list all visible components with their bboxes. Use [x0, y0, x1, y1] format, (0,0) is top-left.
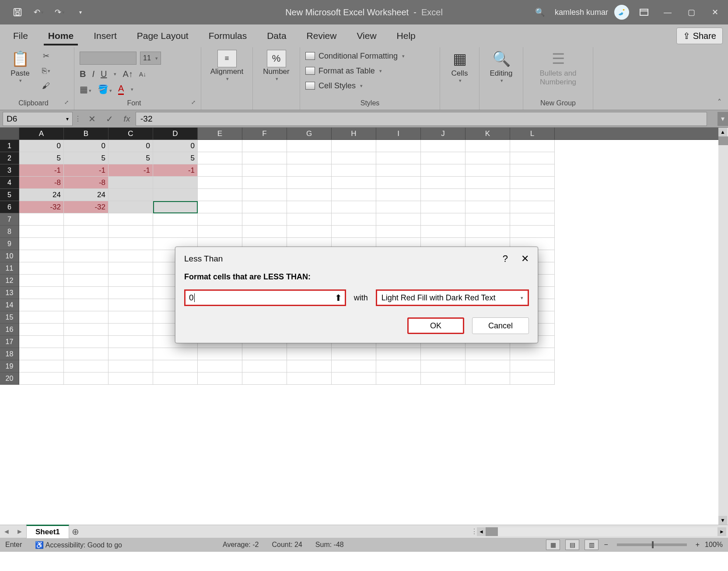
cell[interactable]	[510, 164, 555, 177]
tab-help[interactable]: Help	[389, 27, 424, 45]
row-header[interactable]: 17	[0, 336, 19, 348]
column-header[interactable]: J	[421, 128, 466, 139]
cell[interactable]	[64, 348, 108, 360]
tab-file[interactable]: File	[5, 27, 36, 45]
borders-icon[interactable]: ▦▾	[80, 84, 91, 94]
format-as-table-button[interactable]: Format as Table▾	[305, 65, 405, 77]
cell[interactable]	[242, 348, 287, 360]
cell[interactable]	[198, 189, 242, 201]
cell-styles-button[interactable]: Cell Styles▾	[305, 80, 405, 92]
cell[interactable]	[242, 373, 287, 385]
decrease-font-icon[interactable]: A↓	[139, 71, 146, 78]
cell[interactable]	[153, 213, 198, 226]
cell[interactable]	[19, 348, 64, 360]
cell[interactable]	[466, 348, 510, 360]
row-header[interactable]: 13	[0, 287, 19, 299]
row-header[interactable]: 16	[0, 324, 19, 336]
cell[interactable]	[421, 360, 466, 373]
cell[interactable]	[510, 201, 555, 213]
row-header[interactable]: 14	[0, 299, 19, 311]
cell[interactable]	[376, 360, 421, 373]
cell[interactable]	[108, 213, 153, 226]
sheet-prev-icon[interactable]: ◄	[0, 528, 13, 536]
cell[interactable]	[466, 152, 510, 164]
row-header[interactable]: 7	[0, 213, 19, 226]
row-header[interactable]: 10	[0, 250, 19, 262]
share-button[interactable]: ⇪Share	[676, 28, 723, 44]
cell[interactable]	[287, 164, 332, 177]
cell[interactable]	[19, 238, 64, 250]
cell[interactable]	[108, 311, 153, 324]
cell[interactable]	[108, 189, 153, 201]
fb-separator[interactable]: ⋮	[73, 115, 83, 123]
cell[interactable]	[108, 201, 153, 213]
cell[interactable]: -32	[64, 201, 108, 213]
cell[interactable]	[153, 201, 198, 213]
cell[interactable]: 0	[108, 140, 153, 152]
scroll-down-icon[interactable]: ▼	[718, 516, 727, 525]
zoom-level[interactable]: 100%	[705, 541, 723, 549]
cell[interactable]	[19, 360, 64, 373]
user-name[interactable]: kamlesh kumar	[555, 8, 608, 17]
redo-icon[interactable]: ↷▾	[51, 4, 68, 20]
alignment-button[interactable]: ≡ Alignment▾	[212, 50, 242, 82]
row-header[interactable]: 9	[0, 238, 19, 250]
zoom-slider[interactable]	[617, 543, 687, 546]
cell[interactable]	[108, 336, 153, 348]
cell[interactable]	[376, 140, 421, 152]
cell[interactable]	[198, 348, 242, 360]
cell[interactable]	[332, 213, 376, 226]
format-painter-icon[interactable]: 🖌	[38, 80, 53, 92]
cell[interactable]	[421, 177, 466, 189]
cell[interactable]: 24	[19, 189, 64, 201]
cell[interactable]: -8	[64, 177, 108, 189]
cell[interactable]	[466, 213, 510, 226]
threshold-input[interactable]: 0 ⬆	[184, 289, 346, 306]
cell[interactable]	[510, 152, 555, 164]
cell[interactable]	[153, 373, 198, 385]
cell[interactable]	[332, 189, 376, 201]
cell[interactable]	[198, 360, 242, 373]
cell[interactable]	[421, 213, 466, 226]
cell[interactable]	[64, 311, 108, 324]
underline-button[interactable]: U	[101, 69, 107, 79]
qat-customize-icon[interactable]: ▾	[72, 4, 89, 20]
scroll-up-icon[interactable]: ▲	[718, 128, 727, 136]
expand-formula-icon[interactable]: ▾	[718, 112, 728, 126]
cell[interactable]	[108, 373, 153, 385]
cell[interactable]	[19, 299, 64, 311]
cell[interactable]	[19, 324, 64, 336]
cell[interactable]	[64, 238, 108, 250]
normal-view-icon[interactable]: ▦	[546, 540, 560, 550]
fill-color-icon[interactable]: 🪣▾	[98, 84, 112, 94]
cell[interactable]	[19, 275, 64, 287]
cell[interactable]: -1	[153, 164, 198, 177]
cell[interactable]	[287, 201, 332, 213]
ribbon-display-icon[interactable]	[635, 4, 653, 20]
cell[interactable]	[287, 152, 332, 164]
page-break-view-icon[interactable]: ▥	[584, 540, 598, 550]
tab-page-layout[interactable]: Page Layout	[129, 27, 196, 45]
cell[interactable]	[332, 348, 376, 360]
column-header[interactable]: K	[466, 128, 510, 139]
cancel-button[interactable]: Cancel	[472, 317, 529, 334]
tab-review[interactable]: Review	[299, 27, 345, 45]
cell[interactable]	[19, 226, 64, 238]
name-box[interactable]: D6▾	[3, 112, 73, 126]
cell[interactable]: 0	[153, 140, 198, 152]
cell[interactable]	[287, 360, 332, 373]
cell[interactable]	[421, 201, 466, 213]
cell[interactable]	[376, 348, 421, 360]
cell[interactable]	[19, 262, 64, 275]
cell[interactable]	[421, 164, 466, 177]
tab-data[interactable]: Data	[259, 27, 294, 45]
cell[interactable]	[153, 189, 198, 201]
number-button[interactable]: % Number▾	[262, 50, 291, 82]
column-header[interactable]: A	[19, 128, 64, 139]
help-icon[interactable]: ?	[503, 253, 508, 265]
cell[interactable]	[287, 348, 332, 360]
cut-icon[interactable]: ✂	[38, 50, 53, 62]
bold-button[interactable]: B	[80, 69, 86, 79]
cell[interactable]	[510, 177, 555, 189]
ok-button[interactable]: OK	[407, 317, 464, 334]
